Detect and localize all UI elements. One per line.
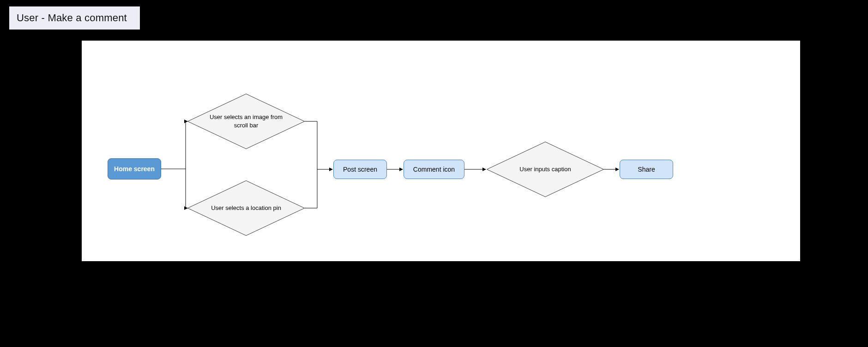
diagram-title: User - Make a comment	[9, 6, 140, 30]
edges	[82, 41, 800, 261]
diagram-canvas: Home screen User selects an image from s…	[82, 41, 800, 261]
